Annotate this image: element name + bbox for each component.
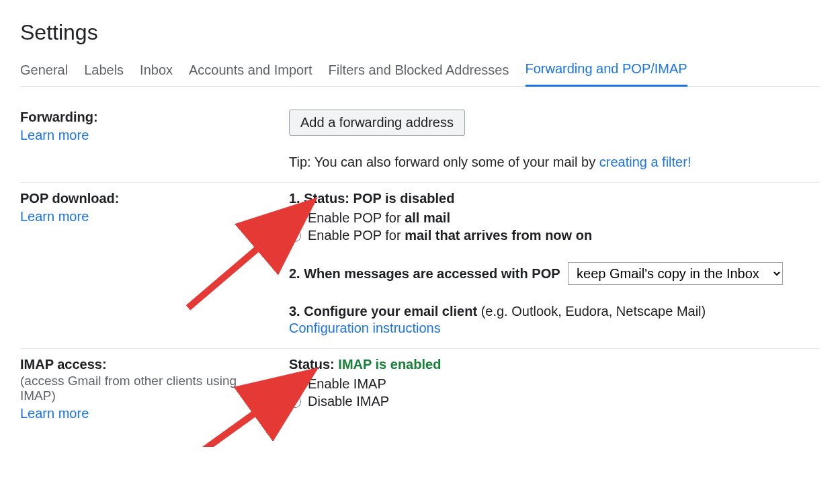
imap-status: Status: IMAP is enabled: [289, 357, 820, 372]
tab-general[interactable]: General: [20, 62, 68, 86]
imap-sublabel: (access Gmail from other clients using I…: [20, 374, 276, 403]
forwarding-label: Forwarding:: [20, 110, 98, 124]
pop-status: 1. Status: POP is disabled: [289, 191, 820, 206]
imap-option-disable[interactable]: Disable IMAP: [289, 394, 820, 409]
tab-inbox[interactable]: Inbox: [140, 62, 173, 86]
pop-option-from-now-label: Enable POP for mail that arrives from no…: [308, 228, 592, 243]
configuration-instructions-link[interactable]: Configuration instructions: [289, 321, 820, 336]
forwarding-tip: Tip: You can also forward only some of y…: [289, 155, 820, 170]
imap-status-value: IMAP is enabled: [338, 357, 441, 372]
pop-option-all-mail[interactable]: Enable POP for all mail: [289, 210, 820, 226]
pop-step2: 2. When messages are accessed with POP k…: [289, 262, 820, 285]
add-forwarding-address-button[interactable]: Add a forwarding address: [289, 110, 465, 136]
tab-accounts[interactable]: Accounts and Import: [189, 62, 312, 86]
page-title: Settings: [20, 20, 820, 45]
pop-status-prefix: 1. Status:: [289, 191, 353, 206]
forwarding-tip-text: Tip: You can also forward only some of y…: [289, 155, 599, 169]
tab-forwarding[interactable]: Forwarding and POP/IMAP: [526, 61, 687, 87]
imap-radio-enable[interactable]: [289, 378, 301, 390]
pop-step3: 3. Configure your email client (e.g. Out…: [289, 304, 820, 336]
tab-filters[interactable]: Filters and Blocked Addresses: [328, 62, 509, 86]
imap-learn-more-link[interactable]: Learn more: [20, 406, 276, 421]
section-forwarding: Forwarding: Learn more Add a forwarding …: [20, 101, 820, 183]
pop-action-select[interactable]: keep Gmail's copy in the Inbox: [568, 262, 783, 285]
pop-step3-example: (e.g. Outlook, Eudora, Netscape Mail): [481, 304, 706, 319]
tab-bar: General Labels Inbox Accounts and Import…: [20, 61, 820, 87]
section-imap: IMAP access: (access Gmail from other cl…: [20, 349, 820, 433]
pop-radio-from-now[interactable]: [289, 230, 301, 242]
imap-option-disable-label: Disable IMAP: [308, 394, 389, 409]
pop-step2-label: 2. When messages are accessed with POP: [289, 266, 560, 281]
forwarding-learn-more-link[interactable]: Learn more: [20, 128, 276, 143]
creating-filter-link[interactable]: creating a filter!: [599, 155, 691, 169]
imap-label: IMAP access:: [20, 357, 107, 372]
pop-option-all-mail-label: Enable POP for all mail: [308, 210, 450, 226]
pop-radio-all-mail[interactable]: [289, 212, 301, 224]
imap-option-enable[interactable]: Enable IMAP: [289, 376, 820, 392]
imap-status-prefix: Status:: [289, 357, 338, 372]
pop-status-value: POP is disabled: [353, 191, 455, 206]
pop-label: POP download:: [20, 191, 119, 206]
imap-option-enable-label: Enable IMAP: [308, 376, 386, 392]
imap-radio-disable[interactable]: [289, 396, 301, 408]
pop-step3-label: 3. Configure your email client: [289, 304, 481, 319]
section-pop: POP download: Learn more 1. Status: POP …: [20, 183, 820, 349]
pop-learn-more-link[interactable]: Learn more: [20, 209, 276, 224]
pop-option-from-now[interactable]: Enable POP for mail that arrives from no…: [289, 228, 820, 243]
tab-labels[interactable]: Labels: [84, 62, 124, 86]
